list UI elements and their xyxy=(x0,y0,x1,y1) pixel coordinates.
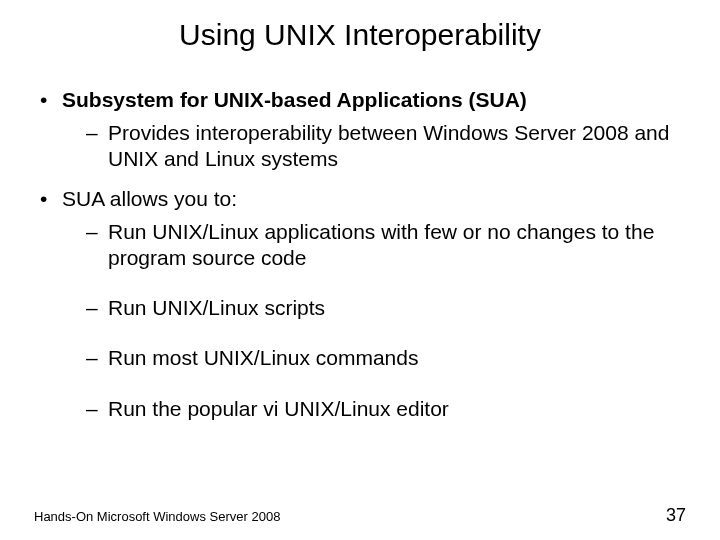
bullet-list: Subsystem for UNIX-based Applications (S… xyxy=(34,88,686,422)
bullet-item: Subsystem for UNIX-based Applications (S… xyxy=(34,88,686,173)
sub-bullet-item: Run the popular vi UNIX/Linux editor xyxy=(86,396,686,422)
footer: Hands-On Microsoft Windows Server 2008 3… xyxy=(34,505,686,526)
bullet-text: SUA allows you to: xyxy=(62,187,237,210)
page-number: 37 xyxy=(666,505,686,526)
sub-bullet-list: Run UNIX/Linux applications with few or … xyxy=(62,219,686,422)
footer-source: Hands-On Microsoft Windows Server 2008 xyxy=(34,509,280,524)
slide: Using UNIX Interoperability Subsystem fo… xyxy=(0,0,720,540)
sub-bullet-item: Provides interoperability between Window… xyxy=(86,120,686,173)
sub-bullet-list: Provides interoperability between Window… xyxy=(62,120,686,173)
bullet-item: SUA allows you to: Run UNIX/Linux applic… xyxy=(34,187,686,422)
slide-title: Using UNIX Interoperability xyxy=(34,18,686,52)
sub-bullet-item: Run UNIX/Linux scripts xyxy=(86,295,686,321)
sub-bullet-item: Run UNIX/Linux applications with few or … xyxy=(86,219,686,272)
bullet-text: Subsystem for UNIX-based Applications (S… xyxy=(62,88,527,111)
sub-bullet-item: Run most UNIX/Linux commands xyxy=(86,345,686,371)
